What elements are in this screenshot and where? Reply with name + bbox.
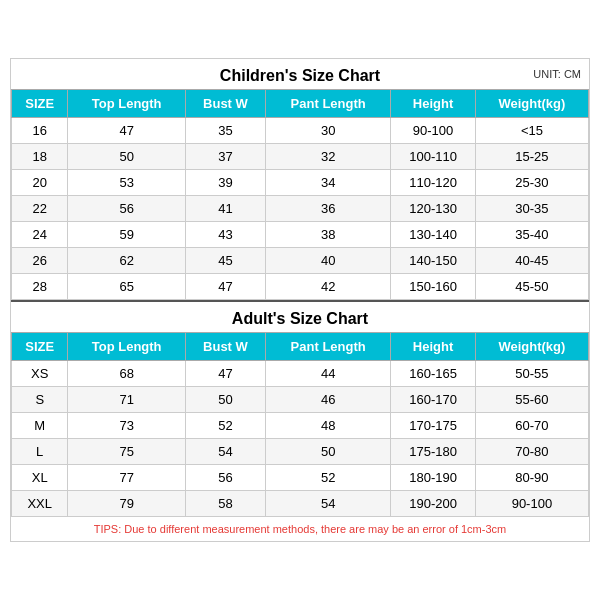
table-cell: 160-165 bbox=[391, 361, 476, 387]
table-row: 28654742150-16045-50 bbox=[12, 274, 589, 300]
table-cell: 100-110 bbox=[391, 144, 476, 170]
col-height-adult: Height bbox=[391, 333, 476, 361]
table-cell: 38 bbox=[266, 222, 391, 248]
table-cell: 22 bbox=[12, 196, 68, 222]
col-top-length-adult: Top Length bbox=[68, 333, 185, 361]
table-cell: 30-35 bbox=[475, 196, 588, 222]
table-cell: 59 bbox=[68, 222, 185, 248]
children-title: Children's Size Chart UNIT: CM bbox=[11, 59, 589, 89]
table-cell: 71 bbox=[68, 387, 185, 413]
table-cell: 160-170 bbox=[391, 387, 476, 413]
size-chart: Children's Size Chart UNIT: CM SIZE Top … bbox=[10, 58, 590, 542]
table-cell: 140-150 bbox=[391, 248, 476, 274]
table-row: L755450175-18070-80 bbox=[12, 439, 589, 465]
table-cell: 54 bbox=[266, 491, 391, 517]
table-cell: 25-30 bbox=[475, 170, 588, 196]
table-cell: 35-40 bbox=[475, 222, 588, 248]
col-pant-length-adult: Pant Length bbox=[266, 333, 391, 361]
table-row: M735248170-17560-70 bbox=[12, 413, 589, 439]
table-cell: 18 bbox=[12, 144, 68, 170]
table-cell: 44 bbox=[266, 361, 391, 387]
table-cell: 56 bbox=[68, 196, 185, 222]
table-cell: 32 bbox=[266, 144, 391, 170]
col-height: Height bbox=[391, 90, 476, 118]
adult-body: XS684744160-16550-55S715046160-17055-60M… bbox=[12, 361, 589, 517]
children-table: SIZE Top Length Bust W Pant Length Heigh… bbox=[11, 89, 589, 300]
table-row: 1647353090-100<15 bbox=[12, 118, 589, 144]
table-cell: 79 bbox=[68, 491, 185, 517]
adult-header-row: SIZE Top Length Bust W Pant Length Heigh… bbox=[12, 333, 589, 361]
table-cell: 42 bbox=[266, 274, 391, 300]
table-cell: 52 bbox=[266, 465, 391, 491]
table-cell: 180-190 bbox=[391, 465, 476, 491]
tips-text: TIPS: Due to different measurement metho… bbox=[11, 517, 589, 541]
table-cell: 170-175 bbox=[391, 413, 476, 439]
table-cell: 80-90 bbox=[475, 465, 588, 491]
table-cell: 30 bbox=[266, 118, 391, 144]
table-cell: 58 bbox=[185, 491, 265, 517]
table-cell: 175-180 bbox=[391, 439, 476, 465]
table-cell: 110-120 bbox=[391, 170, 476, 196]
table-cell: 45-50 bbox=[475, 274, 588, 300]
table-cell: 47 bbox=[185, 274, 265, 300]
table-cell: 70-80 bbox=[475, 439, 588, 465]
adult-table: SIZE Top Length Bust W Pant Length Heigh… bbox=[11, 332, 589, 517]
table-cell: 50 bbox=[266, 439, 391, 465]
table-row: XS684744160-16550-55 bbox=[12, 361, 589, 387]
table-row: 22564136120-13030-35 bbox=[12, 196, 589, 222]
col-size: SIZE bbox=[12, 90, 68, 118]
table-cell: XL bbox=[12, 465, 68, 491]
col-bust-w-adult: Bust W bbox=[185, 333, 265, 361]
table-cell: 50 bbox=[68, 144, 185, 170]
table-cell: 15-25 bbox=[475, 144, 588, 170]
table-cell: 46 bbox=[266, 387, 391, 413]
table-cell: S bbox=[12, 387, 68, 413]
table-cell: 54 bbox=[185, 439, 265, 465]
table-cell: 47 bbox=[185, 361, 265, 387]
table-cell: 16 bbox=[12, 118, 68, 144]
table-cell: 35 bbox=[185, 118, 265, 144]
col-pant-length: Pant Length bbox=[266, 90, 391, 118]
table-cell: 34 bbox=[266, 170, 391, 196]
table-row: 20533934110-12025-30 bbox=[12, 170, 589, 196]
table-cell: 37 bbox=[185, 144, 265, 170]
table-cell: 60-70 bbox=[475, 413, 588, 439]
table-cell: XXL bbox=[12, 491, 68, 517]
table-cell: 24 bbox=[12, 222, 68, 248]
table-cell: 52 bbox=[185, 413, 265, 439]
table-cell: XS bbox=[12, 361, 68, 387]
table-cell: 90-100 bbox=[475, 491, 588, 517]
table-cell: 47 bbox=[68, 118, 185, 144]
table-cell: L bbox=[12, 439, 68, 465]
unit-label: UNIT: CM bbox=[533, 68, 581, 80]
table-cell: 56 bbox=[185, 465, 265, 491]
table-cell: 65 bbox=[68, 274, 185, 300]
table-row: 18503732100-11015-25 bbox=[12, 144, 589, 170]
table-cell: 40-45 bbox=[475, 248, 588, 274]
table-cell: 43 bbox=[185, 222, 265, 248]
table-cell: 90-100 bbox=[391, 118, 476, 144]
table-cell: 26 bbox=[12, 248, 68, 274]
col-weight: Weight(kg) bbox=[475, 90, 588, 118]
col-size-adult: SIZE bbox=[12, 333, 68, 361]
table-row: S715046160-17055-60 bbox=[12, 387, 589, 413]
table-cell: 53 bbox=[68, 170, 185, 196]
table-cell: 28 bbox=[12, 274, 68, 300]
table-cell: 68 bbox=[68, 361, 185, 387]
table-cell: 36 bbox=[266, 196, 391, 222]
table-row: 26624540140-15040-45 bbox=[12, 248, 589, 274]
table-cell: M bbox=[12, 413, 68, 439]
table-cell: 120-130 bbox=[391, 196, 476, 222]
table-cell: 41 bbox=[185, 196, 265, 222]
table-cell: 45 bbox=[185, 248, 265, 274]
col-top-length: Top Length bbox=[68, 90, 185, 118]
table-row: XXL795854190-20090-100 bbox=[12, 491, 589, 517]
table-cell: 77 bbox=[68, 465, 185, 491]
children-header-row: SIZE Top Length Bust W Pant Length Heigh… bbox=[12, 90, 589, 118]
table-cell: 62 bbox=[68, 248, 185, 274]
table-cell: 20 bbox=[12, 170, 68, 196]
children-title-text: Children's Size Chart bbox=[220, 67, 380, 84]
table-cell: 190-200 bbox=[391, 491, 476, 517]
table-cell: 73 bbox=[68, 413, 185, 439]
table-cell: <15 bbox=[475, 118, 588, 144]
